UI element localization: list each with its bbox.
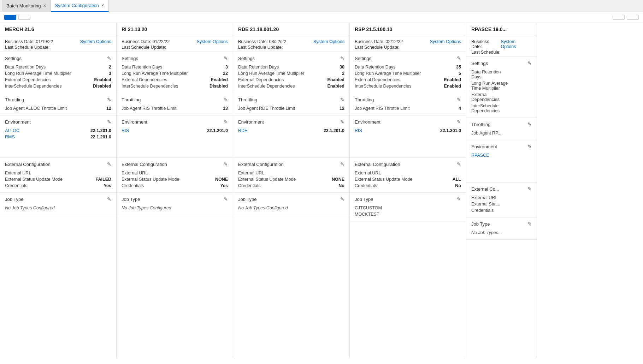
lbl-ext-dep-rpasce: External Dependencies bbox=[471, 92, 511, 102]
throttling-section-ri: Throttling ✎ Job Agent RIS Throttle Limi… bbox=[117, 93, 233, 115]
ext-config-title-merch: External Configuration bbox=[5, 162, 51, 167]
tab-batch-label: Batch Monitoring bbox=[6, 3, 41, 8]
ext-config-edit-ri[interactable]: ✎ bbox=[224, 161, 228, 167]
environment-section-rsp: Environment ✎ RIS 22.1.201.0 bbox=[350, 115, 466, 158]
ext-config-edit-rde[interactable]: ✎ bbox=[340, 161, 344, 167]
job-type-section-rpasce: Job Type ✎ No Job Types... bbox=[466, 217, 537, 240]
ext-config-edit-rpasce[interactable]: ✎ bbox=[527, 186, 532, 192]
settings-edit-ri[interactable]: ✎ bbox=[224, 55, 228, 61]
lbl-ext-dep-rde: External Dependencies bbox=[238, 77, 323, 82]
lbl-ext-dep-merch: External Dependencies bbox=[5, 77, 90, 82]
meta-section-merch: Business Date: 01/19/22 System Options L… bbox=[0, 35, 116, 52]
throttling-edit-rsp[interactable]: ✎ bbox=[457, 97, 461, 102]
column-header-rsp: RSP 21.5.100.10 bbox=[350, 23, 466, 35]
lbl-inter-dep-rpasce: InterSchedule Dependencies bbox=[471, 103, 511, 113]
system-options-link-rsp[interactable]: System Options bbox=[430, 39, 461, 44]
job-type-item-rsp-CJTCUSTOM: CJTCUSTOM bbox=[355, 205, 461, 210]
throttling-section-merch: Throttling ✎ Job Agent ALLOC Throttle Li… bbox=[0, 93, 116, 115]
settings-title-ri: Settings bbox=[122, 56, 138, 61]
global-edit-button[interactable] bbox=[613, 15, 625, 20]
val-creds-merch: Yes bbox=[90, 183, 111, 188]
system-button[interactable] bbox=[18, 15, 30, 20]
schedules-button[interactable] bbox=[4, 15, 16, 20]
lbl-long-run-rsp: Long Run Average Time Multiplier bbox=[355, 71, 440, 76]
lbl-throttle-merch: Job Agent ALLOC Throttle Limit bbox=[5, 106, 90, 111]
lbl-long-run-merch: Long Run Average Time Multiplier bbox=[5, 71, 90, 76]
throttling-section-rde: Throttling ✎ Job Agent RDE Throttle Limi… bbox=[233, 93, 349, 115]
settings-edit-rde[interactable]: ✎ bbox=[340, 55, 344, 61]
settings-edit-merch[interactable]: ✎ bbox=[107, 55, 111, 61]
environment-edit-ri[interactable]: ✎ bbox=[224, 119, 228, 125]
column-header-merch: MERCH 21.6 bbox=[0, 23, 116, 35]
lbl-long-run-rpasce: Long Run Average Time Multiplier bbox=[471, 81, 511, 91]
environment-edit-rsp[interactable]: ✎ bbox=[457, 119, 461, 125]
tab-batch-close[interactable]: ✕ bbox=[43, 4, 46, 8]
val-throttle-ri: 13 bbox=[207, 106, 228, 111]
lbl-status-mode-rpasce: External Stat... bbox=[471, 202, 511, 207]
job-type-edit-merch[interactable]: ✎ bbox=[107, 196, 111, 202]
column-rsp: RSP 21.5.100.10 Business Date: 02/12/22 … bbox=[350, 23, 466, 358]
environment-edit-rpasce[interactable]: ✎ bbox=[527, 144, 532, 149]
environment-edit-merch[interactable]: ✎ bbox=[107, 119, 111, 125]
job-type-edit-rpasce[interactable]: ✎ bbox=[527, 221, 532, 227]
environment-section-rpasce: Environment ✎ RPASCE bbox=[466, 140, 537, 183]
last-schedule-rde: Last Schedule Update: bbox=[238, 44, 344, 50]
lbl-throttle-rsp: Job Agent RIS Throttle Limit bbox=[355, 106, 440, 111]
job-type-title-rde: Job Type bbox=[238, 197, 257, 202]
system-options-link-ri[interactable]: System Options bbox=[197, 39, 228, 44]
ext-config-title-rde: External Configuration bbox=[238, 162, 284, 167]
val-ext-dep-rsp: Enabled bbox=[440, 77, 461, 82]
ext-config-edit-merch[interactable]: ✎ bbox=[107, 161, 111, 167]
env-link-rde-RDE[interactable]: RDE bbox=[238, 128, 247, 133]
environment-section-merch: Environment ✎ ALLOC 22.1.201.0 RMS 22.1.… bbox=[0, 115, 116, 158]
lbl-throttle-ri: Job Agent RIS Throttle Limit bbox=[122, 106, 207, 111]
settings-edit-rpasce[interactable]: ✎ bbox=[527, 60, 532, 66]
lbl-ext-url-rde: External URL bbox=[238, 171, 323, 175]
meta-section-rde: Business Date: 03/22/22 System Options L… bbox=[233, 35, 349, 52]
last-schedule-ri: Last Schedule Update: bbox=[122, 44, 228, 50]
val-throttle-rde: 12 bbox=[323, 106, 344, 111]
env-link-rsp-RIS[interactable]: RIS bbox=[355, 128, 362, 133]
throttling-edit-rde[interactable]: ✎ bbox=[340, 97, 344, 102]
ext-config-edit-rsp[interactable]: ✎ bbox=[457, 161, 461, 167]
env-link-rpasce-RPASCE[interactable]: RPASCE bbox=[471, 153, 489, 158]
job-type-section-rsp: Job Type ✎ CJTCUSTOM MOCKTEST bbox=[350, 193, 466, 221]
val-long-run-rde: 2 bbox=[323, 71, 344, 76]
lbl-data-retention-rpasce: Data Retention Days bbox=[471, 70, 511, 79]
job-type-edit-ri[interactable]: ✎ bbox=[224, 196, 228, 202]
column-ri: RI 21.13.20 Business Date: 01/22/22 Syst… bbox=[117, 23, 233, 358]
env-link-merch-ALLOC[interactable]: ALLOC bbox=[5, 128, 19, 133]
env-link-merch-RMS[interactable]: RMS bbox=[5, 135, 15, 139]
job-type-title-rpasce: Job Type bbox=[471, 221, 490, 227]
tab-batch-monitoring[interactable]: Batch Monitoring ✕ bbox=[2, 0, 51, 12]
system-options-link-merch[interactable]: System Options bbox=[80, 39, 111, 44]
tab-system-close[interactable]: ✕ bbox=[101, 3, 104, 8]
lbl-ext-url-merch: External URL bbox=[5, 171, 90, 175]
throttling-title-ri: Throttling bbox=[122, 97, 141, 102]
settings-edit-rsp[interactable]: ✎ bbox=[457, 55, 461, 61]
throttling-edit-ri[interactable]: ✎ bbox=[224, 97, 228, 102]
throttling-edit-rpasce[interactable]: ✎ bbox=[527, 121, 532, 127]
lbl-data-retention-rde: Data Retention Days bbox=[238, 65, 323, 70]
settings-section-rde: Settings ✎ Data Retention Days 30 Long R… bbox=[233, 52, 349, 93]
environment-edit-rde[interactable]: ✎ bbox=[340, 119, 344, 125]
settings-title-rsp: Settings bbox=[355, 56, 371, 61]
env-link-ri-RIS[interactable]: RIS bbox=[122, 128, 129, 133]
job-type-edit-rde[interactable]: ✎ bbox=[340, 196, 344, 202]
system-options-link-rde[interactable]: System Options bbox=[313, 39, 344, 44]
last-schedule-rsp: Last Schedule Update: bbox=[355, 44, 461, 50]
configure-new-schedule-button[interactable] bbox=[627, 15, 639, 20]
settings-section-rpasce: Settings ✎ Data Retention Days Long Run … bbox=[466, 57, 537, 118]
lbl-ext-dep-ri: External Dependencies bbox=[122, 77, 207, 82]
environment-title-rsp: Environment bbox=[355, 119, 381, 125]
job-type-edit-rsp[interactable]: ✎ bbox=[457, 196, 461, 202]
column-header-rpasce: RPASCE 19.0... bbox=[466, 23, 537, 35]
tab-system-configuration[interactable]: System Configuration ✕ bbox=[51, 0, 109, 12]
ext-config-title-ri: External Configuration bbox=[122, 162, 167, 167]
throttling-edit-merch[interactable]: ✎ bbox=[107, 97, 111, 102]
throttling-title-merch: Throttling bbox=[5, 97, 24, 102]
system-options-link-rpasce[interactable]: System Options bbox=[501, 39, 532, 49]
tab-system-label: System Configuration bbox=[55, 3, 99, 8]
lbl-long-run-ri: Long Run Average Time Multiplier bbox=[122, 71, 207, 76]
env-val-merch-ALLOC: 22.1.201.0 bbox=[90, 128, 111, 133]
